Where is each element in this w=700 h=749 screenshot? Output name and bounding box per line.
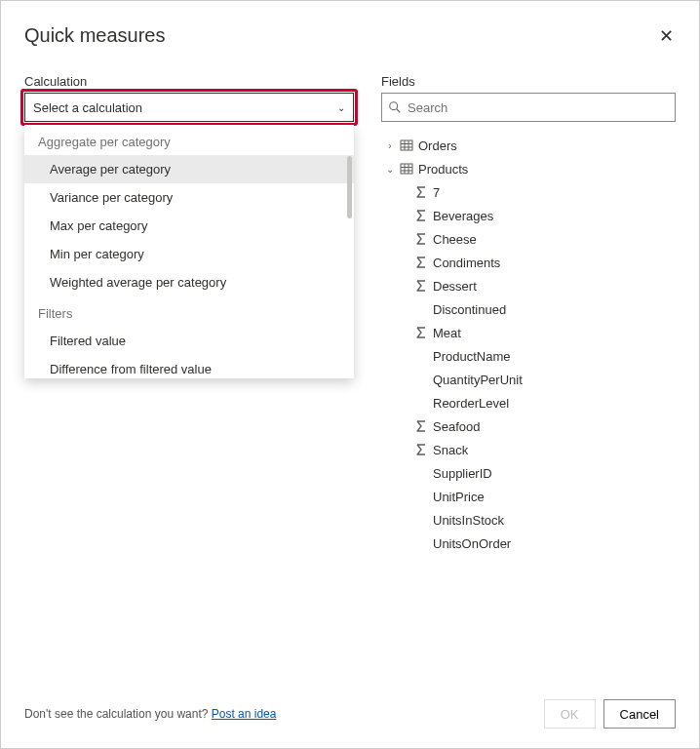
search-input[interactable] <box>408 100 669 115</box>
tree-table-row[interactable]: ⌄Products <box>381 157 676 180</box>
calculation-label: Calculation <box>24 74 354 89</box>
tree-field-row[interactable]: Snack <box>381 438 676 461</box>
dropdown-item[interactable]: Weighted average per category <box>24 268 354 296</box>
tree-field-label: Beverages <box>433 209 493 223</box>
sigma-icon <box>414 185 428 199</box>
tree-field-row[interactable]: QuantityPerUnit <box>381 368 676 391</box>
fields-section: Fields ›Orders⌄Products7BeveragesCheeseC… <box>381 74 676 555</box>
tree-field-row[interactable]: UnitsOnOrder <box>381 532 676 555</box>
fields-label: Fields <box>381 74 676 89</box>
tree-field-row[interactable]: ProductName <box>381 344 676 368</box>
sigma-icon <box>414 209 428 222</box>
blank-icon <box>414 490 428 503</box>
tree-field-label: UnitsInStock <box>433 513 504 528</box>
tree-field-row[interactable]: UnitsInStock <box>381 508 676 532</box>
calculation-select[interactable]: Select a calculation ⌄ <box>24 93 354 122</box>
tree-field-row[interactable]: Seafood <box>381 414 676 438</box>
tree-field-row[interactable]: Cheese <box>381 227 676 251</box>
dropdown-item[interactable]: Min per category <box>24 240 354 268</box>
fields-tree: ›Orders⌄Products7BeveragesCheeseCondimen… <box>381 134 676 555</box>
chevron-down-icon: ⌄ <box>337 102 345 113</box>
titlebar: Quick measures ✕ <box>24 24 676 47</box>
blank-icon <box>414 513 428 527</box>
tree-field-label: Snack <box>433 443 468 457</box>
footer-text: Don't see the calculation you want? Post… <box>24 707 276 721</box>
chevron-right-icon: › <box>385 140 395 151</box>
tree-table-row[interactable]: ›Orders <box>381 134 676 157</box>
tree-field-row[interactable]: UnitPrice <box>381 485 676 508</box>
tree-field-label: UnitsOnOrder <box>433 536 511 551</box>
quick-measures-dialog: Quick measures ✕ Calculation Select a ca… <box>1 1 699 748</box>
tree-field-row[interactable]: Meat <box>381 321 676 344</box>
tree-field-row[interactable]: Beverages <box>381 204 676 227</box>
blank-icon <box>414 373 428 386</box>
sigma-icon <box>414 279 428 293</box>
tree-field-label: QuantityPerUnit <box>433 373 523 387</box>
dropdown-item[interactable]: Average per category <box>24 155 354 183</box>
calculation-dropdown: Aggregate per categoryAverage per catego… <box>24 125 354 378</box>
calculation-section: Calculation Select a calculation ⌄ Aggre… <box>24 74 354 555</box>
calculation-select-text: Select a calculation <box>33 100 142 115</box>
search-icon <box>388 100 402 114</box>
tree-field-label: ReorderLevel <box>433 396 509 411</box>
tree-field-label: Discontinued <box>433 302 506 317</box>
tree-field-label: Condiments <box>433 256 500 270</box>
dropdown-item[interactable]: Filtered value <box>24 327 354 355</box>
tree-field-label: Meat <box>433 326 461 340</box>
sigma-icon <box>414 326 428 339</box>
dropdown-group-header: Filters <box>24 296 354 327</box>
svg-line-1 <box>397 109 401 113</box>
ok-button: OK <box>544 699 596 729</box>
tree-field-row[interactable]: ReorderLevel <box>381 391 676 414</box>
blank-icon <box>414 349 428 363</box>
tree-field-row[interactable]: 7 <box>381 180 676 204</box>
search-field[interactable] <box>381 93 676 122</box>
tree-field-label: 7 <box>433 185 440 200</box>
cancel-button[interactable]: Cancel <box>603 699 676 729</box>
sigma-icon <box>414 419 428 433</box>
blank-icon <box>414 466 428 480</box>
scrollbar-thumb[interactable] <box>347 156 352 218</box>
dialog-title: Quick measures <box>24 24 166 47</box>
dialog-footer: Don't see the calculation you want? Post… <box>24 699 676 729</box>
tree-field-row[interactable]: Condiments <box>381 251 676 274</box>
svg-rect-2 <box>401 140 412 150</box>
tree-table-label: Orders <box>418 138 457 153</box>
table-icon <box>400 162 413 176</box>
tree-field-label: UnitPrice <box>433 490 485 504</box>
tree-field-row[interactable]: SupplierID <box>381 461 676 485</box>
sigma-icon <box>414 443 428 456</box>
tree-field-label: Seafood <box>433 419 480 434</box>
tree-field-label: SupplierID <box>433 466 492 481</box>
table-icon <box>400 138 413 152</box>
sigma-icon <box>414 256 428 269</box>
dropdown-item[interactable]: Difference from filtered value <box>24 355 354 378</box>
close-icon[interactable]: ✕ <box>656 25 676 47</box>
dropdown-item[interactable]: Variance per category <box>24 183 354 212</box>
sigma-icon <box>414 232 428 246</box>
tree-table-label: Products <box>418 162 468 177</box>
svg-rect-7 <box>401 164 412 174</box>
tree-field-label: Cheese <box>433 232 477 247</box>
svg-point-0 <box>390 102 398 110</box>
tree-field-label: Dessert <box>433 279 477 294</box>
blank-icon <box>414 302 428 316</box>
dropdown-group-header: Aggregate per category <box>24 125 354 155</box>
tree-field-label: ProductName <box>433 349 510 364</box>
dropdown-item[interactable]: Max per category <box>24 212 354 240</box>
tree-field-row[interactable]: Discontinued <box>381 297 676 321</box>
blank-icon <box>414 396 428 410</box>
chevron-down-icon: ⌄ <box>385 164 395 175</box>
post-idea-link[interactable]: Post an idea <box>212 707 277 721</box>
blank-icon <box>414 536 428 550</box>
tree-field-row[interactable]: Dessert <box>381 274 676 297</box>
